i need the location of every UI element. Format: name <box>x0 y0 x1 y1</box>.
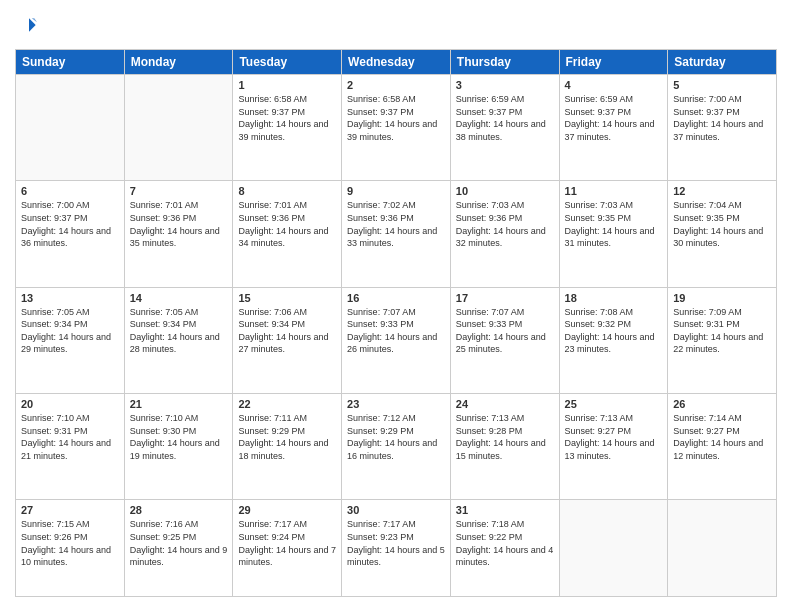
day-number: 21 <box>130 398 228 410</box>
day-info: Sunrise: 7:13 AM Sunset: 9:27 PM Dayligh… <box>565 412 663 462</box>
calendar-cell: 26Sunrise: 7:14 AM Sunset: 9:27 PM Dayli… <box>668 393 777 499</box>
calendar-week-2: 6Sunrise: 7:00 AM Sunset: 9:37 PM Daylig… <box>16 181 777 287</box>
calendar-header-sunday: Sunday <box>16 50 125 75</box>
calendar-cell: 29Sunrise: 7:17 AM Sunset: 9:24 PM Dayli… <box>233 500 342 597</box>
day-number: 22 <box>238 398 336 410</box>
day-number: 7 <box>130 185 228 197</box>
calendar-cell: 30Sunrise: 7:17 AM Sunset: 9:23 PM Dayli… <box>342 500 451 597</box>
day-number: 19 <box>673 292 771 304</box>
day-number: 1 <box>238 79 336 91</box>
calendar-week-1: 1Sunrise: 6:58 AM Sunset: 9:37 PM Daylig… <box>16 75 777 181</box>
calendar-cell: 20Sunrise: 7:10 AM Sunset: 9:31 PM Dayli… <box>16 393 125 499</box>
day-number: 6 <box>21 185 119 197</box>
day-info: Sunrise: 7:10 AM Sunset: 9:30 PM Dayligh… <box>130 412 228 462</box>
day-number: 15 <box>238 292 336 304</box>
calendar-cell <box>16 75 125 181</box>
calendar-week-5: 27Sunrise: 7:15 AM Sunset: 9:26 PM Dayli… <box>16 500 777 597</box>
calendar-cell: 5Sunrise: 7:00 AM Sunset: 9:37 PM Daylig… <box>668 75 777 181</box>
day-info: Sunrise: 7:12 AM Sunset: 9:29 PM Dayligh… <box>347 412 445 462</box>
calendar-header-wednesday: Wednesday <box>342 50 451 75</box>
day-info: Sunrise: 7:07 AM Sunset: 9:33 PM Dayligh… <box>456 306 554 356</box>
calendar-cell: 18Sunrise: 7:08 AM Sunset: 9:32 PM Dayli… <box>559 287 668 393</box>
calendar-cell: 22Sunrise: 7:11 AM Sunset: 9:29 PM Dayli… <box>233 393 342 499</box>
day-number: 8 <box>238 185 336 197</box>
day-info: Sunrise: 7:05 AM Sunset: 9:34 PM Dayligh… <box>21 306 119 356</box>
svg-marker-1 <box>32 18 37 22</box>
day-number: 25 <box>565 398 663 410</box>
calendar-header-monday: Monday <box>124 50 233 75</box>
day-info: Sunrise: 7:00 AM Sunset: 9:37 PM Dayligh… <box>673 93 771 143</box>
calendar-cell: 11Sunrise: 7:03 AM Sunset: 9:35 PM Dayli… <box>559 181 668 287</box>
calendar-cell <box>559 500 668 597</box>
calendar-header-row: SundayMondayTuesdayWednesdayThursdayFrid… <box>16 50 777 75</box>
day-info: Sunrise: 7:18 AM Sunset: 9:22 PM Dayligh… <box>456 518 554 568</box>
day-number: 14 <box>130 292 228 304</box>
day-info: Sunrise: 7:05 AM Sunset: 9:34 PM Dayligh… <box>130 306 228 356</box>
calendar-week-3: 13Sunrise: 7:05 AM Sunset: 9:34 PM Dayli… <box>16 287 777 393</box>
day-info: Sunrise: 6:58 AM Sunset: 9:37 PM Dayligh… <box>238 93 336 143</box>
day-number: 27 <box>21 504 119 516</box>
day-number: 30 <box>347 504 445 516</box>
calendar-cell: 12Sunrise: 7:04 AM Sunset: 9:35 PM Dayli… <box>668 181 777 287</box>
day-info: Sunrise: 7:08 AM Sunset: 9:32 PM Dayligh… <box>565 306 663 356</box>
day-info: Sunrise: 7:11 AM Sunset: 9:29 PM Dayligh… <box>238 412 336 462</box>
calendar-cell <box>668 500 777 597</box>
logo <box>15 15 37 39</box>
day-info: Sunrise: 7:01 AM Sunset: 9:36 PM Dayligh… <box>130 199 228 249</box>
calendar-cell: 7Sunrise: 7:01 AM Sunset: 9:36 PM Daylig… <box>124 181 233 287</box>
calendar-cell: 25Sunrise: 7:13 AM Sunset: 9:27 PM Dayli… <box>559 393 668 499</box>
calendar-cell: 1Sunrise: 6:58 AM Sunset: 9:37 PM Daylig… <box>233 75 342 181</box>
calendar-header-tuesday: Tuesday <box>233 50 342 75</box>
day-number: 26 <box>673 398 771 410</box>
day-number: 20 <box>21 398 119 410</box>
calendar-cell: 15Sunrise: 7:06 AM Sunset: 9:34 PM Dayli… <box>233 287 342 393</box>
day-number: 10 <box>456 185 554 197</box>
calendar-table: SundayMondayTuesdayWednesdayThursdayFrid… <box>15 49 777 597</box>
calendar-cell: 28Sunrise: 7:16 AM Sunset: 9:25 PM Dayli… <box>124 500 233 597</box>
day-info: Sunrise: 7:00 AM Sunset: 9:37 PM Dayligh… <box>21 199 119 249</box>
day-number: 9 <box>347 185 445 197</box>
day-info: Sunrise: 7:03 AM Sunset: 9:35 PM Dayligh… <box>565 199 663 249</box>
day-info: Sunrise: 7:01 AM Sunset: 9:36 PM Dayligh… <box>238 199 336 249</box>
calendar-cell: 14Sunrise: 7:05 AM Sunset: 9:34 PM Dayli… <box>124 287 233 393</box>
day-number: 23 <box>347 398 445 410</box>
calendar-cell: 3Sunrise: 6:59 AM Sunset: 9:37 PM Daylig… <box>450 75 559 181</box>
logo-icon <box>17 15 37 35</box>
day-info: Sunrise: 7:17 AM Sunset: 9:23 PM Dayligh… <box>347 518 445 568</box>
day-info: Sunrise: 6:59 AM Sunset: 9:37 PM Dayligh… <box>456 93 554 143</box>
day-info: Sunrise: 7:13 AM Sunset: 9:28 PM Dayligh… <box>456 412 554 462</box>
calendar-cell: 19Sunrise: 7:09 AM Sunset: 9:31 PM Dayli… <box>668 287 777 393</box>
day-number: 31 <box>456 504 554 516</box>
day-number: 16 <box>347 292 445 304</box>
calendar-cell <box>124 75 233 181</box>
day-info: Sunrise: 7:16 AM Sunset: 9:25 PM Dayligh… <box>130 518 228 568</box>
calendar-cell: 24Sunrise: 7:13 AM Sunset: 9:28 PM Dayli… <box>450 393 559 499</box>
calendar-cell: 8Sunrise: 7:01 AM Sunset: 9:36 PM Daylig… <box>233 181 342 287</box>
day-info: Sunrise: 7:15 AM Sunset: 9:26 PM Dayligh… <box>21 518 119 568</box>
calendar-cell: 4Sunrise: 6:59 AM Sunset: 9:37 PM Daylig… <box>559 75 668 181</box>
day-info: Sunrise: 7:09 AM Sunset: 9:31 PM Dayligh… <box>673 306 771 356</box>
day-info: Sunrise: 7:14 AM Sunset: 9:27 PM Dayligh… <box>673 412 771 462</box>
day-number: 2 <box>347 79 445 91</box>
day-number: 3 <box>456 79 554 91</box>
day-number: 29 <box>238 504 336 516</box>
day-info: Sunrise: 7:06 AM Sunset: 9:34 PM Dayligh… <box>238 306 336 356</box>
day-number: 11 <box>565 185 663 197</box>
calendar-header-saturday: Saturday <box>668 50 777 75</box>
day-info: Sunrise: 7:03 AM Sunset: 9:36 PM Dayligh… <box>456 199 554 249</box>
day-number: 13 <box>21 292 119 304</box>
day-info: Sunrise: 7:02 AM Sunset: 9:36 PM Dayligh… <box>347 199 445 249</box>
calendar-header-friday: Friday <box>559 50 668 75</box>
day-info: Sunrise: 7:10 AM Sunset: 9:31 PM Dayligh… <box>21 412 119 462</box>
day-info: Sunrise: 6:58 AM Sunset: 9:37 PM Dayligh… <box>347 93 445 143</box>
day-info: Sunrise: 7:07 AM Sunset: 9:33 PM Dayligh… <box>347 306 445 356</box>
calendar-cell: 6Sunrise: 7:00 AM Sunset: 9:37 PM Daylig… <box>16 181 125 287</box>
calendar-cell: 9Sunrise: 7:02 AM Sunset: 9:36 PM Daylig… <box>342 181 451 287</box>
calendar-cell: 10Sunrise: 7:03 AM Sunset: 9:36 PM Dayli… <box>450 181 559 287</box>
day-info: Sunrise: 6:59 AM Sunset: 9:37 PM Dayligh… <box>565 93 663 143</box>
calendar-cell: 27Sunrise: 7:15 AM Sunset: 9:26 PM Dayli… <box>16 500 125 597</box>
calendar-header-thursday: Thursday <box>450 50 559 75</box>
day-number: 28 <box>130 504 228 516</box>
day-number: 4 <box>565 79 663 91</box>
calendar-cell: 16Sunrise: 7:07 AM Sunset: 9:33 PM Dayli… <box>342 287 451 393</box>
